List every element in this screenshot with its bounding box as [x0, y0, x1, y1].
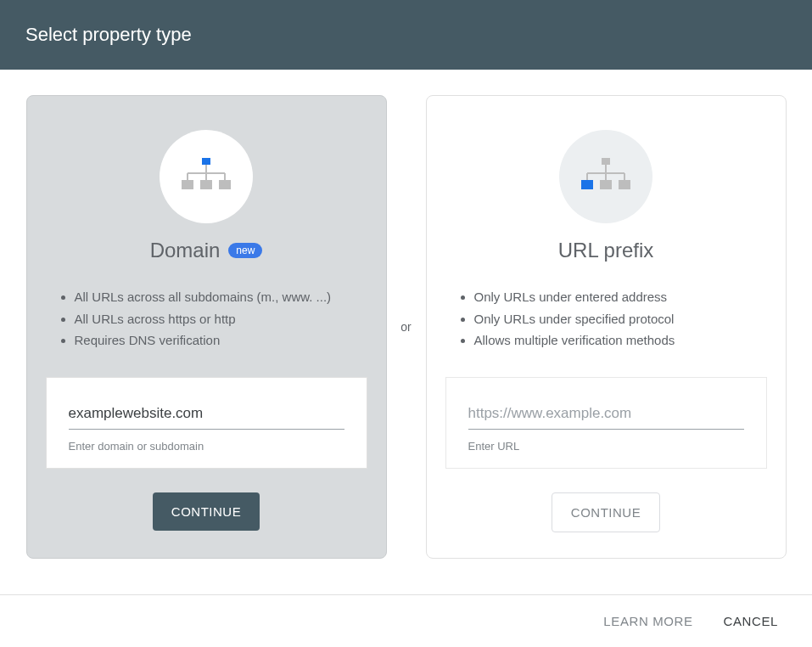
svg-rect-7 [200, 180, 212, 189]
domain-input-box: Enter domain or subdomain [46, 377, 367, 469]
sitemap-icon [179, 156, 233, 197]
url-icon-circle [559, 130, 652, 223]
or-divider: or [387, 95, 426, 559]
domain-card[interactable]: Domain new All URLs across all subdomain… [26, 95, 387, 559]
url-bullet: Only URLs under specified protocol [474, 308, 767, 330]
domain-bullet: All URLs across https or http [75, 308, 367, 330]
url-prefix-card[interactable]: URL prefix Only URLs under entered addre… [426, 95, 787, 559]
svg-rect-9 [602, 158, 610, 165]
domain-bullets: All URLs across all subdomains (m., www.… [46, 286, 367, 352]
url-bullets: Only URLs under entered address Only URL… [445, 286, 767, 352]
url-bullet: Allows multiple verification methods [474, 329, 767, 352]
svg-rect-6 [182, 180, 193, 189]
dialog-footer: LEARN MORE CANCEL [0, 594, 812, 647]
url-input[interactable] [468, 402, 744, 430]
domain-title-row: Domain new [150, 239, 263, 262]
domain-bullet: Requires DNS verification [75, 329, 367, 352]
svg-rect-15 [581, 180, 593, 189]
svg-rect-0 [202, 158, 210, 165]
dialog-content: Domain new All URLs across all subdomain… [0, 70, 812, 584]
svg-rect-17 [619, 180, 630, 189]
domain-hint: Enter domain or subdomain [69, 440, 344, 453]
learn-more-link[interactable]: LEARN MORE [603, 614, 692, 628]
domain-continue-button[interactable]: CONTINUE [153, 492, 260, 531]
domain-icon-circle [160, 130, 253, 223]
url-hint: Enter URL [468, 440, 744, 453]
new-badge: new [228, 243, 262, 258]
dialog-title: Select property type [25, 24, 192, 45]
domain-bullet: All URLs across all subdomains (m., www.… [75, 286, 367, 308]
url-title: URL prefix [558, 239, 653, 262]
svg-rect-16 [600, 180, 612, 189]
domain-input[interactable] [69, 402, 344, 430]
dialog-header: Select property type [0, 0, 812, 70]
svg-rect-8 [219, 180, 231, 189]
domain-title: Domain [150, 239, 221, 262]
url-bullet: Only URLs under entered address [474, 286, 767, 308]
url-continue-button[interactable]: CONTINUE [552, 492, 660, 532]
url-title-row: URL prefix [558, 239, 653, 262]
cancel-button[interactable]: CANCEL [724, 614, 778, 628]
url-input-box: Enter URL [445, 377, 767, 469]
sitemap-icon [579, 156, 633, 197]
